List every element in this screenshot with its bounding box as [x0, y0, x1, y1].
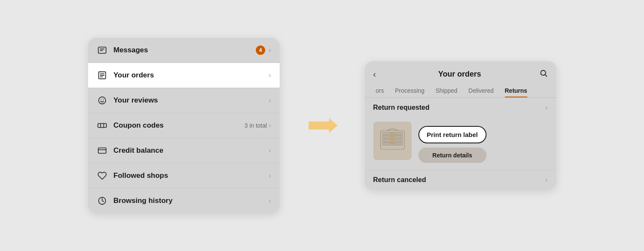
reviews-icon: [97, 95, 108, 106]
orders-icon: [97, 70, 108, 81]
return-canceled-header: Return canceled ›: [365, 170, 556, 190]
browsing-chevron: ›: [269, 197, 271, 205]
coupon-icon: [97, 120, 108, 131]
direction-arrow: [305, 115, 339, 136]
tab-processing[interactable]: Processing: [391, 84, 429, 97]
messages-label: Messages: [114, 46, 256, 54]
followed-label: Followed shops: [114, 171, 269, 180]
messages-badge: 4: [256, 46, 265, 55]
right-panel: ‹ Your orders ors Processing Shipped Del…: [365, 61, 556, 190]
print-return-label-button[interactable]: Print return label: [418, 126, 487, 143]
return-details-button[interactable]: Return details: [418, 148, 487, 163]
return-canceled-chevron: ›: [545, 176, 547, 184]
coupon-chevron: ›: [269, 122, 271, 129]
credit-label: Credit balance: [114, 146, 269, 155]
tab-shipped[interactable]: Shipped: [431, 84, 461, 97]
arrow-container: [305, 115, 339, 136]
your-orders-item[interactable]: Your orders ›: [88, 63, 280, 88]
svg-rect-11: [98, 148, 106, 154]
right-header: ‹ Your orders: [365, 61, 556, 84]
credit-item[interactable]: Credit balance ›: [88, 138, 280, 163]
product-image: [373, 122, 412, 160]
credit-icon: [97, 145, 108, 156]
browsing-item[interactable]: Browsing history ›: [88, 188, 280, 213]
messages-chevron: ›: [269, 46, 271, 54]
orders-label: Your orders: [114, 71, 269, 80]
return-requested-chevron: ›: [545, 104, 547, 111]
reviews-item[interactable]: Your reviews ›: [88, 88, 280, 113]
followed-item[interactable]: Followed shops ›: [88, 163, 280, 188]
reviews-chevron: ›: [269, 97, 271, 104]
svg-rect-8: [97, 123, 106, 127]
svg-point-5: [98, 97, 106, 104]
svg-rect-24: [389, 140, 395, 141]
orders-chevron: ›: [269, 71, 271, 79]
return-canceled-title: Return canceled: [373, 176, 426, 184]
back-button[interactable]: ‹: [373, 69, 376, 79]
tab-delivered[interactable]: Delivered: [464, 84, 498, 97]
order-actions: Print return label Return details: [418, 122, 487, 163]
tabs-bar: ors Processing Shipped Delivered Returns: [365, 84, 556, 98]
coupon-label: Coupon codes: [114, 121, 245, 130]
return-requested-title: Return requested: [373, 104, 429, 111]
return-requested-header: Return requested ›: [365, 98, 556, 117]
browsing-icon: [97, 195, 108, 206]
coupon-item[interactable]: Coupon codes 3 in total ›: [88, 113, 280, 138]
svg-rect-23: [389, 137, 395, 137]
svg-rect-22: [389, 133, 395, 134]
messages-item[interactable]: Messages 4 ›: [88, 38, 280, 63]
right-title: Your orders: [380, 70, 539, 79]
coupon-meta: 3 in total: [244, 122, 267, 129]
svg-marker-14: [309, 118, 338, 133]
order-content: Print return label Return details: [365, 117, 556, 170]
search-button[interactable]: [539, 69, 548, 80]
reviews-label: Your reviews: [114, 96, 269, 105]
browsing-label: Browsing history: [114, 197, 269, 205]
credit-chevron: ›: [269, 147, 271, 154]
tab-returns[interactable]: Returns: [501, 84, 532, 97]
left-panel: Messages 4 › Your orders › Your reviews …: [88, 38, 280, 213]
svg-rect-25: [389, 143, 395, 144]
followed-chevron: ›: [269, 172, 271, 180]
tab-orders[interactable]: ors: [372, 84, 388, 97]
followed-icon: [97, 170, 108, 181]
svg-line-16: [545, 75, 547, 77]
messages-icon: [97, 45, 108, 56]
